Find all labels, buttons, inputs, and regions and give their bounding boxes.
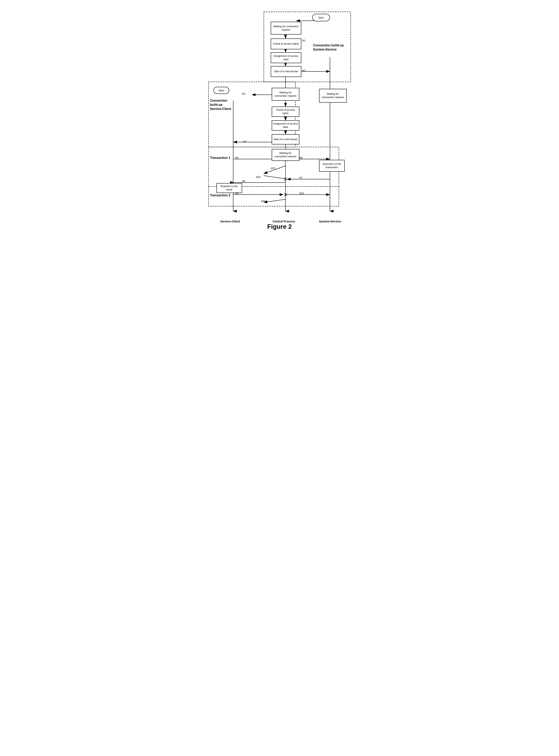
diagram-area: Start Waiting for connection request Che… [203, 10, 357, 217]
transaction1-label: Transaction 1 [210, 156, 236, 160]
new-thread-2-box: Start of a new thread [272, 134, 299, 144]
check-access-1-box: Check of access rights [271, 39, 301, 49]
waiting-connection-3-box: Waiting for connection request [272, 149, 299, 161]
waiting-connection-2-box: Waiting for connection request [272, 88, 299, 101]
central-process-column-label: Central Process [273, 220, 295, 223]
page-container: Start Waiting for connection request Che… [199, 6, 361, 234]
waiting-transaction-box: Waiting for transaction request [319, 89, 347, 103]
svg-line-25 [264, 175, 285, 179]
assignment-access-1-box: Assignment of access data [271, 52, 301, 63]
svg-line-34 [264, 199, 286, 202]
n10-label: N10 [299, 192, 304, 195]
n3-label: N3 [242, 92, 245, 95]
connection-buildup-system-label: Connection build-upSystem-Service [313, 43, 351, 52]
n4-label: N4 [243, 140, 246, 143]
ap3-label: AP3 [261, 200, 266, 203]
assignment-access-2-box: Assignment of access data [272, 120, 299, 131]
new-thread-1-box: Start of a new thread [271, 66, 301, 77]
waiting-connection-1-box: Waiting for connection request [271, 22, 301, 34]
start-oval-2: Start [214, 87, 229, 94]
system-service-column-label: System-Service [319, 220, 341, 223]
connection-buildup-client-label: Connectionbuild-upService-Client [210, 99, 242, 111]
execution-transaction-box: Execution of the transaction [319, 160, 345, 172]
n9-label: N9 [235, 192, 239, 195]
reaction-result-box: Reaction to the result [217, 183, 242, 193]
n1-label: N1 [302, 39, 306, 42]
transaction2-label: Transaction 2 [210, 193, 236, 197]
n5-label: N5 [235, 156, 239, 159]
ap1-label: AP1 [271, 167, 276, 170]
n6-label: N6 [299, 156, 303, 159]
service-client-column-label: Service-Client [220, 220, 240, 223]
figure-title: Figure 2 [203, 223, 357, 230]
check-access-2-box: Check of access rights [272, 107, 299, 117]
n2-label: N2 [302, 69, 306, 72]
n8-label: N8 [242, 180, 245, 183]
start-oval-1: Start [312, 14, 330, 21]
n7-label: N7 [299, 176, 303, 179]
ap2-label: AP2 [256, 175, 261, 179]
